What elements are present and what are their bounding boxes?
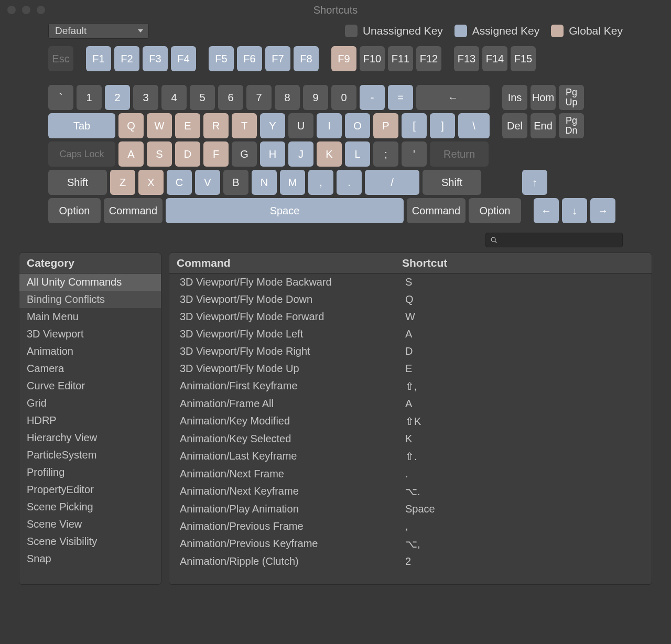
category-item[interactable]: Scene View	[19, 516, 161, 533]
key-n[interactable]: N	[252, 170, 277, 195]
category-item[interactable]: Curve Editor	[19, 377, 161, 395]
key-f15[interactable]: F15	[511, 46, 536, 71]
key-5[interactable]: 5	[190, 85, 215, 110]
key--[interactable]: =	[388, 85, 413, 110]
category-item[interactable]: HDRP	[19, 412, 161, 429]
category-item[interactable]: 3D Viewport	[19, 325, 161, 343]
category-item[interactable]: Camera	[19, 360, 161, 377]
command-row[interactable]: Animation/Previous Frame,	[169, 518, 652, 535]
command-row[interactable]: Animation/Frame AllA	[169, 395, 652, 412]
key-f2[interactable]: F2	[114, 46, 139, 71]
key-y[interactable]: Y	[260, 113, 285, 138]
key-f5[interactable]: F5	[209, 46, 234, 71]
key-f9[interactable]: F9	[331, 46, 356, 71]
command-row[interactable]: 3D Viewport/Fly Mode DownQ	[169, 291, 652, 308]
key-h[interactable]: H	[260, 141, 285, 167]
key--[interactable]: '	[402, 141, 427, 167]
key-3[interactable]: 3	[133, 85, 158, 110]
command-row[interactable]: 3D Viewport/Fly Mode ForwardW	[169, 308, 652, 325]
key-option[interactable]: Option	[48, 198, 101, 223]
key--[interactable]: ;	[373, 141, 398, 167]
key-f3[interactable]: F3	[143, 46, 168, 71]
key-del[interactable]: Del	[502, 113, 527, 138]
key--[interactable]: ↓	[562, 198, 587, 223]
key-r[interactable]: R	[203, 113, 229, 138]
key-o[interactable]: O	[345, 113, 370, 138]
command-row[interactable]: Animation/Last Keyframe⇧.	[169, 447, 652, 465]
key-d[interactable]: D	[175, 141, 200, 167]
key-f4[interactable]: F4	[171, 46, 196, 71]
key--[interactable]: \	[458, 113, 490, 138]
search-input[interactable]	[485, 233, 623, 247]
command-row[interactable]: Animation/Previous Keyframe⌥,	[169, 535, 652, 553]
key-z[interactable]: Z	[110, 170, 135, 195]
profile-dropdown[interactable]: Default	[48, 23, 149, 39]
category-item[interactable]: PropertyEditor	[19, 481, 161, 498]
key--[interactable]: /	[365, 170, 419, 195]
key-c[interactable]: C	[167, 170, 192, 195]
key-command[interactable]: Command	[407, 198, 466, 223]
key-7[interactable]: 7	[246, 85, 272, 110]
key-pg-up[interactable]: PgUp	[559, 85, 584, 110]
key-f11[interactable]: F11	[388, 46, 413, 71]
command-row[interactable]: Animation/Play AnimationSpace	[169, 500, 652, 518]
key--[interactable]: ←	[416, 85, 490, 110]
key--[interactable]: `	[48, 85, 73, 110]
key-f14[interactable]: F14	[482, 46, 507, 71]
key-a[interactable]: A	[118, 141, 144, 167]
command-row[interactable]: 3D Viewport/Fly Mode RightD	[169, 343, 652, 360]
key-t[interactable]: T	[232, 113, 257, 138]
key--[interactable]: -	[360, 85, 385, 110]
key--[interactable]: →	[590, 198, 615, 223]
command-list[interactable]: 3D Viewport/Fly Mode BackwardS3D Viewpor…	[169, 274, 652, 584]
command-row[interactable]: 3D Viewport/Fly Mode UpE	[169, 360, 652, 377]
category-item[interactable]: Scene Picking	[19, 498, 161, 516]
key-6[interactable]: 6	[218, 85, 243, 110]
key-b[interactable]: B	[223, 170, 248, 195]
key-f13[interactable]: F13	[454, 46, 479, 71]
key--[interactable]: ]	[430, 113, 455, 138]
key-space[interactable]: Space	[166, 198, 404, 223]
key-shift[interactable]: Shift	[423, 170, 481, 195]
key-u[interactable]: U	[288, 113, 313, 138]
key-f1[interactable]: F1	[86, 46, 111, 71]
category-list[interactable]: All Unity CommandsBinding ConflictsMain …	[19, 274, 161, 584]
key-0[interactable]: 0	[331, 85, 356, 110]
key-i[interactable]: I	[317, 113, 342, 138]
key-command[interactable]: Command	[104, 198, 163, 223]
key-k[interactable]: K	[317, 141, 342, 167]
key-ins[interactable]: Ins	[502, 85, 527, 110]
category-item[interactable]: Main Menu	[19, 308, 161, 325]
category-item[interactable]: Profiling	[19, 464, 161, 481]
key-p[interactable]: P	[373, 113, 398, 138]
command-row[interactable]: Animation/Next Keyframe⌥.	[169, 483, 652, 500]
key--[interactable]: ←	[534, 198, 559, 223]
key-f10[interactable]: F10	[360, 46, 385, 71]
category-item[interactable]: ParticleSystem	[19, 446, 161, 464]
command-row[interactable]: Animation/Ripple (Clutch)2	[169, 553, 652, 570]
key--[interactable]: ,	[308, 170, 333, 195]
key-m[interactable]: M	[280, 170, 305, 195]
key-j[interactable]: J	[288, 141, 313, 167]
category-item[interactable]: Hierarchy View	[19, 429, 161, 446]
key--[interactable]: .	[337, 170, 362, 195]
command-row[interactable]: Animation/First Keyframe⇧,	[169, 377, 652, 395]
category-item[interactable]: Scene Visibility	[19, 533, 161, 550]
key-8[interactable]: 8	[275, 85, 300, 110]
key-shift[interactable]: Shift	[48, 170, 107, 195]
close-dot[interactable]	[7, 6, 16, 14]
command-row[interactable]: 3D Viewport/Fly Mode LeftA	[169, 325, 652, 343]
key-option[interactable]: Option	[469, 198, 521, 223]
command-row[interactable]: Animation/Next Frame.	[169, 465, 652, 483]
key--[interactable]: ↑	[522, 170, 547, 195]
key-2[interactable]: 2	[105, 85, 130, 110]
category-item[interactable]: Grid	[19, 395, 161, 412]
key-1[interactable]: 1	[77, 85, 102, 110]
key-l[interactable]: L	[345, 141, 370, 167]
key-hom[interactable]: Hom	[531, 85, 556, 110]
key-s[interactable]: S	[147, 141, 172, 167]
key-v[interactable]: V	[195, 170, 220, 195]
key-g[interactable]: G	[232, 141, 257, 167]
key-e[interactable]: E	[175, 113, 200, 138]
zoom-dot[interactable]	[37, 6, 45, 14]
